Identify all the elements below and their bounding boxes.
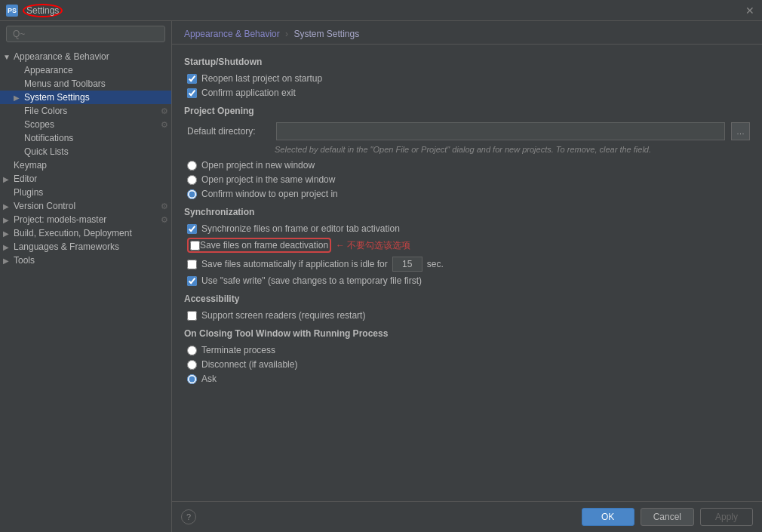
sidebar-item-build[interactable]: ▶ Build, Execution, Deployment <box>0 226 171 240</box>
disconnect-label: Disconnect (if available) <box>201 359 297 370</box>
expand-arrow-version-control: ▶ <box>3 202 14 211</box>
safe-write-checkbox[interactable] <box>187 276 197 286</box>
title-bar-left: PS Settings <box>6 4 63 17</box>
reopen-last-project-checkbox[interactable] <box>187 74 197 84</box>
help-button[interactable]: ? <box>181 509 196 524</box>
breadcrumb-separator: › <box>285 29 288 39</box>
save-files-idle-checkbox[interactable] <box>187 260 197 269</box>
save-files-idle-unit: sec. <box>427 259 444 269</box>
terminate-radio[interactable] <box>187 346 197 355</box>
reopen-last-project-row: Reopen last project on startup <box>184 73 750 84</box>
screen-readers-row: Support screen readers (requires restart… <box>184 310 750 321</box>
search-input[interactable] <box>6 26 165 42</box>
sidebar-label-project: Project: models-master <box>14 214 161 225</box>
section-title-closing-tool: On Closing Tool Window with Running Proc… <box>184 328 750 339</box>
sidebar: ▼ Appearance & Behavior Appearance Menus… <box>0 21 172 532</box>
sidebar-item-scopes[interactable]: Scopes ⚙ <box>0 118 171 131</box>
default-dir-input[interactable] <box>276 122 725 140</box>
screen-readers-label: Support screen readers (requires restart… <box>201 310 365 321</box>
sidebar-item-file-colors[interactable]: File Colors ⚙ <box>0 104 171 118</box>
default-dir-label: Default directory: <box>187 126 270 137</box>
open-same-window-radio[interactable] <box>187 175 197 185</box>
open-same-window-label: Open project in the same window <box>201 174 335 185</box>
sidebar-item-system-settings[interactable]: ▶ System Settings <box>0 91 171 104</box>
disconnect-radio[interactable] <box>187 360 197 370</box>
open-new-window-radio[interactable] <box>187 161 197 171</box>
sidebar-item-plugins[interactable]: Plugins <box>0 186 171 199</box>
sidebar-label-languages: Languages & Frameworks <box>14 241 168 252</box>
save-files-idle-row: Save files automatically if application … <box>184 257 750 272</box>
confirm-window-label: Confirm window to open project in <box>201 189 338 199</box>
save-files-idle-input[interactable] <box>392 257 422 272</box>
sync-files-label: Synchronize files on frame or editor tab… <box>201 223 400 234</box>
save-files-deactivation-label: Save files on frame deactivation <box>200 240 328 251</box>
sidebar-label-appearance: Appearance <box>24 65 168 75</box>
sidebar-item-notifications[interactable]: Notifications <box>0 131 171 145</box>
safe-write-label: Use "safe write" (save changes to a temp… <box>201 275 422 286</box>
right-panel: Appearance & Behavior › System Settings … <box>172 21 762 532</box>
annotation-text: ← 不要勾选该选项 <box>336 239 410 252</box>
confirm-exit-checkbox[interactable] <box>187 88 197 98</box>
save-files-deactivation-checkbox[interactable] <box>190 241 200 251</box>
section-title-accessibility: Accessibility <box>184 294 750 304</box>
expand-arrow-tools: ▶ <box>3 257 14 265</box>
expand-arrow-project: ▶ <box>3 216 14 224</box>
sidebar-item-project[interactable]: ▶ Project: models-master ⚙ <box>0 213 171 226</box>
save-files-idle-label: Save files automatically if application … <box>201 259 388 269</box>
sidebar-item-appearance[interactable]: Appearance <box>0 63 171 77</box>
apply-button[interactable]: Apply <box>700 508 753 526</box>
open-new-window-row: Open project in new window <box>184 160 750 171</box>
expand-arrow-build: ▶ <box>3 229 14 238</box>
section-title-sync: Synchronization <box>184 207 750 217</box>
sidebar-item-languages[interactable]: ▶ Languages & Frameworks <box>0 240 171 254</box>
sidebar-label-appearance-behavior: Appearance & Behavior <box>14 51 168 62</box>
default-dir-browse-button[interactable]: … <box>731 122 750 140</box>
default-dir-row: Default directory: … <box>184 122 750 140</box>
expand-arrow-editor: ▶ <box>3 175 14 183</box>
save-files-annotation-circle: Save files on frame deactivation <box>187 238 331 253</box>
sidebar-label-scopes: Scopes <box>24 119 161 130</box>
sync-files-checkbox[interactable] <box>187 224 197 234</box>
sidebar-label-plugins: Plugins <box>14 187 168 198</box>
sidebar-item-version-control[interactable]: ▶ Version Control ⚙ <box>0 199 171 213</box>
confirm-exit-row: Confirm application exit <box>184 88 750 98</box>
section-title-project-opening: Project Opening <box>184 106 750 116</box>
sidebar-item-tools[interactable]: ▶ Tools <box>0 254 171 267</box>
open-new-window-label: Open project in new window <box>201 160 315 171</box>
screen-readers-checkbox[interactable] <box>187 311 197 321</box>
open-same-window-row: Open project in the same window <box>184 174 750 185</box>
expand-arrow-appearance-behavior: ▼ <box>3 53 14 61</box>
close-button[interactable]: ✕ <box>744 5 756 17</box>
gear-icon-project: ⚙ <box>161 215 168 225</box>
gear-icon-version-control: ⚙ <box>161 201 168 211</box>
expand-arrow-languages: ▶ <box>3 243 14 251</box>
ask-label: Ask <box>201 374 217 384</box>
reopen-last-project-label: Reopen last project on startup <box>201 73 322 84</box>
sidebar-item-appearance-behavior[interactable]: ▼ Appearance & Behavior <box>0 50 171 63</box>
confirm-exit-label: Confirm application exit <box>201 88 296 98</box>
ask-radio[interactable] <box>187 374 197 384</box>
cancel-button[interactable]: Cancel <box>641 508 694 526</box>
sync-files-row: Synchronize files on frame or editor tab… <box>184 223 750 234</box>
settings-content: Startup/Shutdown Reopen last project on … <box>172 45 762 501</box>
default-dir-hint: Selected by default in the "Open File or… <box>184 145 750 154</box>
sidebar-label-keymap: Keymap <box>14 160 168 171</box>
sidebar-item-keymap[interactable]: Keymap <box>0 158 171 172</box>
confirm-window-radio[interactable] <box>187 189 197 199</box>
app-icon: PS <box>6 5 18 17</box>
sidebar-item-editor[interactable]: ▶ Editor <box>0 172 171 186</box>
sidebar-label-version-control: Version Control <box>14 201 161 211</box>
sidebar-label-quick-lists: Quick Lists <box>24 146 168 157</box>
sidebar-item-quick-lists[interactable]: Quick Lists <box>0 145 171 158</box>
confirm-window-row: Confirm window to open project in <box>184 189 750 199</box>
sidebar-item-menus-toolbars[interactable]: Menus and Toolbars <box>0 77 171 91</box>
gear-icon-scopes: ⚙ <box>161 120 168 130</box>
tree-container: ▼ Appearance & Behavior Appearance Menus… <box>0 47 171 532</box>
save-files-deactivation-row: Save files on frame deactivation ← 不要勾选该… <box>184 238 750 253</box>
disconnect-row: Disconnect (if available) <box>184 359 750 370</box>
breadcrumb-parent: Appearance & Behavior <box>184 29 280 39</box>
ok-button[interactable]: OK <box>582 508 634 526</box>
sidebar-label-system-settings: System Settings <box>24 92 168 103</box>
terminate-label: Terminate process <box>201 345 275 355</box>
expand-arrow-system: ▶ <box>14 94 24 102</box>
